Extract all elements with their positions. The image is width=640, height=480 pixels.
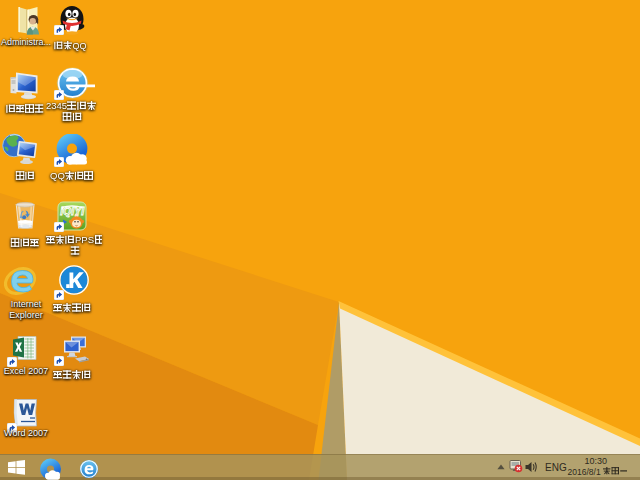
svg-text:2345: 2345 xyxy=(46,100,67,111)
svg-text:QQ: QQ xyxy=(73,41,87,51)
svg-text:QQ: QQ xyxy=(50,170,65,181)
svg-text:PPS: PPS xyxy=(75,234,94,245)
